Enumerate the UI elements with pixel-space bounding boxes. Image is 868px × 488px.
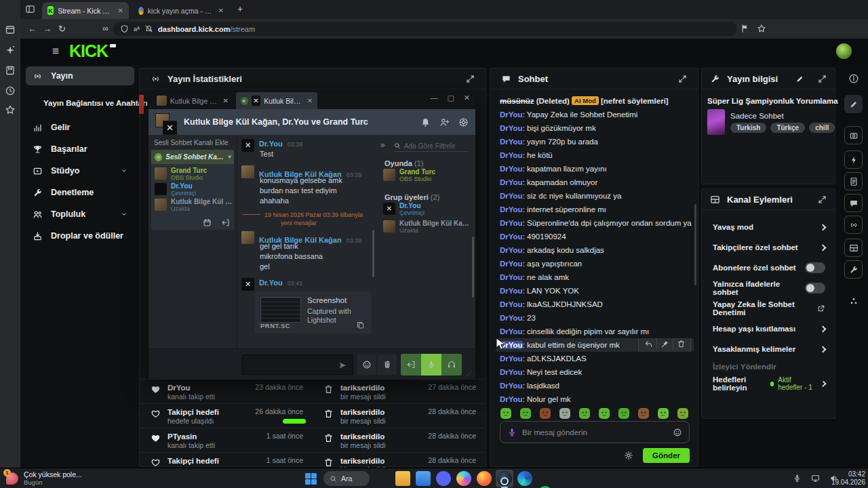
send-button[interactable]: Gönder [643,448,690,463]
taskbar-app-firefox[interactable] [477,471,492,486]
microphone-button[interactable] [421,354,441,375]
action-5[interactable]: Hesap yaşı kısıtlaması [707,321,831,337]
emote-10[interactable] [677,407,689,420]
friend-search[interactable]: Ada Göre Filtrele [394,140,469,152]
minimize-button[interactable]: — [430,94,437,102]
preview-site[interactable]: PRNT.SC [260,322,290,329]
chat-message-4[interactable]: DrYou: kapatman llazım yayını [496,162,694,176]
chat-message-14[interactable]: DrYou: lkaASLJKDHJNKSAD [496,298,694,311]
chat-username[interactable]: DrYou [500,273,523,281]
action-6[interactable]: Yasaklanmış kelimeler [707,341,831,357]
translate-icon[interactable]: aᴬ [134,26,140,33]
member-scrollbar[interactable] [472,237,474,298]
chat-username[interactable]: DrYou [500,300,523,308]
pin-button[interactable] [656,338,673,350]
chat-username[interactable]: DrYou [500,165,523,173]
link-preview-card[interactable]: Screenshot Captured with Lightshot PRNT.… [255,291,372,333]
taskbar-app-discord[interactable] [436,471,451,486]
chat-message-15[interactable]: DrYou: 23 [496,311,694,325]
chat-username[interactable]: DrYou [500,246,523,254]
tab-close-icon[interactable]: ✕ [218,7,224,14]
chat-username[interactable]: DrYou [500,395,523,403]
sidebar-item-2[interactable]: Gelir [26,118,134,137]
delete-button[interactable] [673,338,689,350]
emote-2[interactable] [519,407,532,420]
emote-5[interactable] [578,407,591,420]
hamburger-icon[interactable]: ≡ [52,45,64,57]
invite-person-icon[interactable] [439,117,450,127]
bell-off-icon[interactable] [144,24,153,33]
browser-tab-kick[interactable]: K Stream - Kick Dashboard ✕ [42,2,129,19]
leave-call-button[interactable] [401,354,421,375]
steam-attach-button[interactable] [378,354,397,375]
settings-tool[interactable] [844,260,863,279]
collapse-icon[interactable]: » [380,140,385,150]
chat-username[interactable]: DrYou [500,178,523,186]
start-button[interactable] [305,473,317,485]
chat-message-3[interactable]: DrYou: he kötü [496,148,694,162]
chat-username[interactable]: DrYou [500,314,523,322]
group-member-1-0[interactable]: ✕ Dr.YouÇevrimiçi [383,203,425,217]
action-8[interactable]: Hedefleri belirleyinAktif hedefler - 1 [707,375,831,392]
taskbar-search[interactable]: Ara [323,471,370,486]
edit-tool[interactable] [844,95,863,113]
group-member-0-0[interactable]: Grand TurcOBS Studio [383,169,435,183]
chat-message-2[interactable]: DrYou: yayın 720p bu arada [496,135,694,148]
new-tab-button[interactable]: + [237,3,243,14]
voice-channel-header[interactable]: Sesli Sohbet Kanalı ▾ [151,150,234,164]
sidebar-item-4[interactable]: Stüdyo [26,161,134,180]
activity-row-1[interactable]: Takipçi hedefihedefe ulaşıldı 26 dakika … [140,403,311,428]
emote-9[interactable] [657,407,669,420]
chat-settings-icon[interactable] [624,451,633,460]
chat-username[interactable]: DrYou [500,110,523,119]
taskbar-widget[interactable]: 1 Çok yüksek pole...Bugün [5,470,82,486]
chat-scrollbar[interactable] [694,204,696,285]
sidebar-item-6[interactable]: Topluluk [26,205,134,224]
edit-pencil-icon[interactable] [795,75,804,83]
group-member-1-1[interactable]: Kutluk Bilge Kül KağanUzakta [383,220,473,235]
favorites-star-icon[interactable] [757,24,766,33]
toggle-off[interactable] [805,283,825,293]
chat-message-16[interactable]: DrYou: cinsellik dediğin pipim var sayıl… [496,325,694,338]
chat-message-21[interactable]: DrYou: Nolur gel mk [496,392,694,406]
chat-username[interactable]: DrYou [500,124,523,132]
display-tray-icon[interactable] [811,474,820,483]
star-icon[interactable] [5,104,16,115]
chat-input[interactable]: Bir mesaj gönderin [500,421,690,443]
headphones-button[interactable] [441,354,462,375]
voice-member-0[interactable]: Grand TurcOBS Studio [155,167,207,182]
info-icon[interactable] [848,73,859,84]
chat-message-19[interactable]: DrYou: Neyi test edicek [496,365,694,379]
maximize-button[interactable]: ▢ [447,94,454,102]
copy-icon[interactable] [356,321,365,329]
taskbar-app-task-view[interactable] [375,471,390,486]
steam-message-input[interactable] [242,354,353,375]
chat-username[interactable]: DrYou [500,151,523,159]
chat-message-7[interactable]: DrYou: internet süperonline mı [496,203,694,216]
emote-8[interactable] [637,407,650,420]
emoji-picker-icon[interactable] [673,428,682,437]
tab-close-icon[interactable]: ✕ [307,97,313,104]
leave-voice-icon[interactable] [221,218,230,227]
tag-chill[interactable]: chill [809,123,835,133]
emote-6[interactable] [598,407,610,420]
activity-row-2[interactable]: PTyasinkanalı takip etti 1 saat önce [140,428,311,452]
workspace-icon[interactable] [5,24,16,35]
history-clock-icon[interactable] [5,85,16,96]
layout-tool[interactable] [844,239,863,257]
extension-icon[interactable]: ∞ [100,24,111,34]
chat-username[interactable]: DrYou [500,382,523,390]
add-voice-channel[interactable]: Sesli Sohbet Kanalı Ekle [154,139,229,146]
more-dots-icon[interactable] [848,296,859,306]
resize-grip[interactable]: ⋰ [466,370,473,377]
calendar-icon[interactable] [203,218,212,227]
emote-4[interactable] [559,407,571,420]
popout-icon[interactable] [818,195,827,204]
emote-3[interactable] [539,407,551,420]
moderation-row-1[interactable]: tarikseridilobir mesajı sildi 28 dakika … [313,403,484,428]
sidebar-item-0[interactable]: Yayın [26,66,134,85]
tag-Türkçe[interactable]: Türkçe [770,123,805,133]
popout-icon[interactable] [678,75,687,83]
voice-member-1[interactable]: Dr.YouÇevrimiçi [155,183,196,197]
chat-username[interactable]: DrYou [500,327,523,336]
